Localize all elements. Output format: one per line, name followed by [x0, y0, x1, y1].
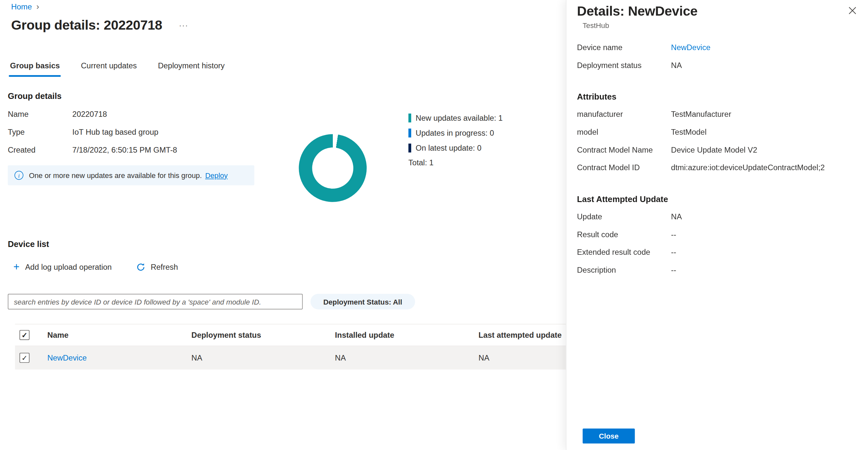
panel-field-description: Description -- — [577, 266, 858, 283]
panel-field-contract-model-id: Contract Model ID dtmi:azure:iot:deviceU… — [577, 163, 858, 181]
panel-field-label: Contract Model Name — [577, 145, 671, 154]
panel-field-value: NA — [671, 212, 682, 221]
legend-item: New updates available: 1 — [408, 110, 503, 125]
cell-last-attempted-update: NA — [478, 353, 566, 362]
panel-field-value: Device Update Model V2 — [671, 145, 757, 154]
check-icon: ✓ — [22, 331, 28, 338]
group-details-fields: Name 20220718 Type IoT Hub tag based gro… — [8, 110, 297, 163]
legend-marker-in-progress — [408, 128, 411, 137]
update-compliance-donut-chart — [299, 134, 367, 202]
tab-group-basics[interactable]: Group basics — [9, 58, 61, 77]
col-header-name[interactable]: Name — [47, 331, 191, 339]
chart-legend: New updates available: 1 Updates in prog… — [408, 110, 503, 167]
details-panel-subtitle: TestHub — [583, 21, 858, 30]
panel-field-label: manufacturer — [577, 110, 671, 118]
breadcrumb-home-link[interactable]: Home — [11, 2, 32, 11]
deployment-status-filter-button[interactable]: Deployment Status: All — [310, 294, 415, 309]
device-list-toolbar: + Add log upload operation Refresh — [13, 263, 178, 271]
select-all-checkbox[interactable]: ✓ — [20, 330, 30, 340]
refresh-label: Refresh — [151, 263, 178, 271]
panel-field-manufacturer: manufacturer TestManufacturer — [577, 110, 858, 127]
breadcrumb-chevron-icon: › — [36, 2, 39, 11]
field-value: 7/18/2022, 6:50:15 PM GMT-8 — [72, 145, 177, 154]
details-panel: Details: NewDevice TestHub Device name N… — [566, 0, 868, 450]
device-table-header: ✓ Name Deployment status Installed updat… — [15, 324, 566, 346]
check-icon: ✓ — [22, 354, 28, 361]
group-details-section: Group details Name 20220718 Type IoT Hub… — [8, 91, 297, 185]
panel-field-label: Description — [577, 266, 671, 274]
panel-top-fields: Device name NewDevice Deployment status … — [577, 43, 858, 79]
col-header-last-attempted-update[interactable]: Last attempted update — [478, 331, 566, 339]
legend-marker-new-updates — [408, 113, 411, 122]
panel-field-value: TestModel — [671, 127, 707, 136]
panel-field-value: TestManufacturer — [671, 110, 731, 118]
legend-marker-latest-update — [408, 143, 411, 152]
refresh-button[interactable]: Refresh — [136, 263, 178, 271]
plus-icon: + — [13, 263, 20, 271]
tab-deployment-history[interactable]: Deployment history — [157, 58, 226, 77]
device-name-link[interactable]: NewDevice — [47, 353, 87, 362]
panel-field-value: -- — [671, 266, 676, 274]
page-title: Group details: 20220718 — [11, 17, 162, 33]
table-row[interactable]: ✓ NewDevice NA NA NA — [15, 346, 566, 370]
panel-field-value: NA — [671, 61, 682, 69]
col-header-deployment-status[interactable]: Deployment status — [191, 331, 335, 339]
panel-field-result-code: Result code -- — [577, 230, 858, 248]
row-checkbox[interactable]: ✓ — [20, 353, 30, 363]
more-actions-button[interactable]: ··· — [179, 21, 188, 29]
close-panel-button[interactable] — [844, 2, 861, 19]
details-panel-header: Details: NewDevice — [577, 3, 858, 19]
add-log-upload-label: Add log upload operation — [25, 263, 112, 271]
app-root: Home › Group details: 20220718 ··· Group… — [0, 0, 868, 450]
panel-field-label: Update — [577, 212, 671, 221]
field-label: Name — [8, 110, 72, 118]
breadcrumb: Home › — [11, 2, 39, 11]
cell-installed-update: NA — [335, 353, 478, 362]
panel-field-label: Result code — [577, 230, 671, 239]
panel-field-label: model — [577, 127, 671, 136]
legend-label: On latest update: 0 — [416, 143, 482, 152]
cell-deployment-status: NA — [191, 353, 335, 362]
legend-label: New updates available: 1 — [416, 113, 503, 122]
panel-field-device-name: Device name NewDevice — [577, 43, 858, 61]
info-icon: i — [14, 171, 23, 180]
cell-name: NewDevice — [47, 353, 191, 362]
panel-field-label: Extended result code — [577, 248, 671, 257]
refresh-icon — [136, 263, 145, 271]
panel-field-value: dtmi:azure:iot:deviceUpdateContractModel… — [671, 163, 825, 172]
tab-current-updates[interactable]: Current updates — [80, 58, 138, 77]
field-row-type: Type IoT Hub tag based group — [8, 127, 297, 145]
field-value: IoT Hub tag based group — [72, 127, 158, 136]
panel-field-label: Deployment status — [577, 61, 671, 69]
close-icon — [848, 7, 856, 14]
header-checkbox-cell: ✓ — [15, 330, 47, 340]
deploy-link[interactable]: Deploy — [205, 171, 228, 180]
info-banner: i One or more new updates are available … — [8, 165, 254, 185]
col-header-installed-update[interactable]: Installed update — [335, 331, 478, 339]
field-value: 20220718 — [72, 110, 107, 118]
details-panel-title: Details: NewDevice — [577, 3, 698, 19]
legend-item: Updates in progress: 0 — [408, 125, 503, 140]
panel-field-deployment-status: Deployment status NA — [577, 61, 858, 79]
close-button[interactable]: Close — [583, 428, 635, 444]
field-row-name: Name 20220718 — [8, 110, 297, 127]
group-details-heading: Group details — [8, 91, 297, 100]
legend-item: On latest update: 0 — [408, 140, 503, 155]
legend-label: Updates in progress: 0 — [416, 128, 494, 137]
field-label: Created — [8, 145, 72, 154]
panel-device-name-link[interactable]: NewDevice — [671, 43, 711, 52]
add-log-upload-button[interactable]: + Add log upload operation — [13, 263, 112, 271]
row-checkbox-cell: ✓ — [15, 353, 47, 363]
panel-field-model: model TestModel — [577, 127, 858, 145]
field-label: Type — [8, 127, 72, 136]
panel-field-contract-model-name: Contract Model Name Device Update Model … — [577, 145, 858, 163]
tab-bar: Group basics Current updates Deployment … — [9, 58, 226, 77]
device-list-heading: Device list — [8, 239, 49, 248]
last-attempted-update-heading: Last Attempted Update — [577, 194, 858, 204]
panel-field-label: Contract Model ID — [577, 163, 671, 172]
field-row-created: Created 7/18/2022, 6:50:15 PM GMT-8 — [8, 145, 297, 163]
attributes-fields: manufacturer TestManufacturer model Test… — [577, 110, 858, 181]
device-search-input[interactable] — [8, 294, 303, 309]
banner-text: One or more new updates are available fo… — [29, 171, 202, 180]
panel-field-value: -- — [671, 248, 676, 257]
